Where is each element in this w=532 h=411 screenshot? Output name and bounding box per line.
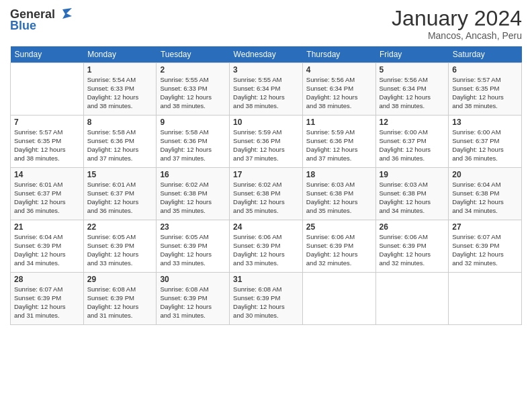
- day-number: 10: [233, 118, 299, 127]
- table-row: [449, 273, 522, 325]
- day-number: 13: [452, 118, 518, 127]
- table-row: 17Sunrise: 6:02 AM Sunset: 6:38 PM Dayli…: [230, 168, 303, 220]
- day-info: Sunrise: 6:07 AM Sunset: 6:39 PM Dayligh…: [14, 285, 80, 320]
- day-number: 5: [380, 65, 445, 75]
- day-info: Sunrise: 6:02 AM Sunset: 6:38 PM Dayligh…: [160, 181, 226, 215]
- table-row: 20Sunrise: 6:04 AM Sunset: 6:38 PM Dayli…: [449, 168, 522, 220]
- day-number: 27: [452, 222, 518, 232]
- table-row: 29Sunrise: 6:08 AM Sunset: 6:39 PM Dayli…: [83, 273, 157, 325]
- calendar-week-row: 1Sunrise: 5:54 AM Sunset: 6:33 PM Daylig…: [11, 63, 522, 116]
- day-number: 15: [87, 170, 153, 179]
- day-number: 31: [233, 275, 299, 284]
- day-number: 25: [306, 222, 372, 232]
- day-info: Sunrise: 5:58 AM Sunset: 6:36 PM Dayligh…: [160, 128, 226, 163]
- day-info: Sunrise: 6:03 AM Sunset: 6:38 PM Dayligh…: [380, 181, 445, 215]
- col-sunday: Sunday: [11, 46, 84, 63]
- table-row: 6Sunrise: 5:57 AM Sunset: 6:35 PM Daylig…: [449, 63, 522, 116]
- day-info: Sunrise: 6:08 AM Sunset: 6:39 PM Dayligh…: [87, 285, 153, 320]
- day-number: 18: [306, 170, 372, 179]
- day-info: Sunrise: 5:59 AM Sunset: 6:36 PM Dayligh…: [306, 128, 372, 163]
- day-number: 20: [452, 170, 518, 179]
- day-info: Sunrise: 5:59 AM Sunset: 6:36 PM Dayligh…: [233, 128, 299, 163]
- col-thursday: Thursday: [302, 46, 375, 63]
- svg-marker-0: [62, 8, 72, 19]
- table-row: [302, 273, 375, 325]
- calendar-table: Sunday Monday Tuesday Wednesday Thursday…: [10, 46, 522, 325]
- day-info: Sunrise: 5:58 AM Sunset: 6:36 PM Dayligh…: [87, 128, 153, 163]
- header: General Blue January 2024 Mancos, Ancash…: [10, 7, 522, 41]
- day-info: Sunrise: 6:05 AM Sunset: 6:39 PM Dayligh…: [87, 233, 153, 267]
- table-row: 1Sunrise: 5:54 AM Sunset: 6:33 PM Daylig…: [83, 63, 157, 116]
- table-row: 2Sunrise: 5:55 AM Sunset: 6:33 PM Daylig…: [157, 63, 230, 116]
- col-monday: Monday: [83, 46, 157, 63]
- table-row: 9Sunrise: 5:58 AM Sunset: 6:36 PM Daylig…: [157, 116, 230, 168]
- col-tuesday: Tuesday: [157, 46, 230, 63]
- day-number: 6: [452, 65, 518, 75]
- table-row: 19Sunrise: 6:03 AM Sunset: 6:38 PM Dayli…: [375, 168, 449, 220]
- day-info: Sunrise: 6:01 AM Sunset: 6:37 PM Dayligh…: [14, 181, 80, 215]
- calendar-week-row: 21Sunrise: 6:04 AM Sunset: 6:39 PM Dayli…: [11, 220, 522, 273]
- table-row: 23Sunrise: 6:05 AM Sunset: 6:39 PM Dayli…: [157, 220, 230, 273]
- table-row: 30Sunrise: 6:08 AM Sunset: 6:39 PM Dayli…: [157, 273, 230, 325]
- day-info: Sunrise: 6:07 AM Sunset: 6:39 PM Dayligh…: [452, 233, 518, 267]
- day-info: Sunrise: 5:54 AM Sunset: 6:33 PM Dayligh…: [87, 76, 153, 110]
- table-row: 14Sunrise: 6:01 AM Sunset: 6:37 PM Dayli…: [11, 168, 84, 220]
- col-saturday: Saturday: [449, 46, 522, 63]
- table-row: 11Sunrise: 5:59 AM Sunset: 6:36 PM Dayli…: [302, 116, 375, 168]
- day-info: Sunrise: 5:55 AM Sunset: 6:34 PM Dayligh…: [233, 76, 299, 110]
- table-row: 7Sunrise: 5:57 AM Sunset: 6:35 PM Daylig…: [11, 116, 84, 168]
- calendar-header-row: Sunday Monday Tuesday Wednesday Thursday…: [11, 46, 522, 63]
- day-info: Sunrise: 5:56 AM Sunset: 6:34 PM Dayligh…: [380, 76, 445, 110]
- day-number: 14: [14, 170, 80, 179]
- day-info: Sunrise: 5:55 AM Sunset: 6:33 PM Dayligh…: [160, 76, 226, 110]
- day-info: Sunrise: 5:57 AM Sunset: 6:35 PM Dayligh…: [14, 128, 80, 163]
- day-number: 28: [14, 275, 80, 284]
- day-info: Sunrise: 6:08 AM Sunset: 6:39 PM Dayligh…: [160, 285, 226, 320]
- day-number: 9: [160, 118, 226, 127]
- day-info: Sunrise: 6:02 AM Sunset: 6:38 PM Dayligh…: [233, 181, 299, 215]
- day-number: 29: [87, 275, 153, 284]
- table-row: 13Sunrise: 6:00 AM Sunset: 6:37 PM Dayli…: [449, 116, 522, 168]
- table-row: [11, 63, 84, 116]
- day-info: Sunrise: 6:04 AM Sunset: 6:38 PM Dayligh…: [452, 181, 518, 215]
- col-friday: Friday: [375, 46, 449, 63]
- day-info: Sunrise: 6:06 AM Sunset: 6:39 PM Dayligh…: [380, 233, 445, 267]
- table-row: 4Sunrise: 5:56 AM Sunset: 6:34 PM Daylig…: [302, 63, 375, 116]
- day-info: Sunrise: 6:06 AM Sunset: 6:39 PM Dayligh…: [306, 233, 372, 267]
- table-row: 16Sunrise: 6:02 AM Sunset: 6:38 PM Dayli…: [157, 168, 230, 220]
- day-info: Sunrise: 6:00 AM Sunset: 6:37 PM Dayligh…: [452, 128, 518, 163]
- day-number: 4: [306, 65, 372, 75]
- day-info: Sunrise: 6:03 AM Sunset: 6:38 PM Dayligh…: [306, 181, 372, 215]
- day-number: 23: [160, 222, 226, 232]
- table-row: 25Sunrise: 6:06 AM Sunset: 6:39 PM Dayli…: [302, 220, 375, 273]
- table-row: 27Sunrise: 6:07 AM Sunset: 6:39 PM Dayli…: [449, 220, 522, 273]
- day-info: Sunrise: 6:04 AM Sunset: 6:39 PM Dayligh…: [14, 233, 80, 267]
- day-info: Sunrise: 6:06 AM Sunset: 6:39 PM Dayligh…: [233, 233, 299, 267]
- day-info: Sunrise: 6:08 AM Sunset: 6:39 PM Dayligh…: [233, 285, 299, 320]
- day-number: 3: [233, 65, 299, 75]
- table-row: 21Sunrise: 6:04 AM Sunset: 6:39 PM Dayli…: [11, 220, 84, 273]
- day-info: Sunrise: 6:05 AM Sunset: 6:39 PM Dayligh…: [160, 233, 226, 267]
- day-info: Sunrise: 6:01 AM Sunset: 6:37 PM Dayligh…: [87, 181, 153, 215]
- day-info: Sunrise: 6:00 AM Sunset: 6:37 PM Dayligh…: [380, 128, 445, 163]
- day-number: 7: [14, 118, 80, 127]
- logo-bird-icon: [57, 7, 72, 21]
- day-number: 11: [306, 118, 372, 127]
- month-year: January 2024: [392, 7, 522, 30]
- day-number: 8: [87, 118, 153, 127]
- title-block: January 2024 Mancos, Ancash, Peru: [392, 7, 522, 41]
- table-row: 22Sunrise: 6:05 AM Sunset: 6:39 PM Dayli…: [83, 220, 157, 273]
- calendar-week-row: 14Sunrise: 6:01 AM Sunset: 6:37 PM Dayli…: [11, 168, 522, 220]
- col-wednesday: Wednesday: [230, 46, 303, 63]
- day-number: 24: [233, 222, 299, 232]
- logo: General Blue: [10, 7, 72, 33]
- calendar-week-row: 7Sunrise: 5:57 AM Sunset: 6:35 PM Daylig…: [11, 116, 522, 168]
- table-row: 28Sunrise: 6:07 AM Sunset: 6:39 PM Dayli…: [11, 273, 84, 325]
- table-row: 10Sunrise: 5:59 AM Sunset: 6:36 PM Dayli…: [230, 116, 303, 168]
- day-number: 22: [87, 222, 153, 232]
- table-row: 12Sunrise: 6:00 AM Sunset: 6:37 PM Dayli…: [375, 116, 449, 168]
- day-number: 17: [233, 170, 299, 179]
- day-number: 2: [160, 65, 226, 75]
- day-number: 21: [14, 222, 80, 232]
- table-row: [375, 273, 449, 325]
